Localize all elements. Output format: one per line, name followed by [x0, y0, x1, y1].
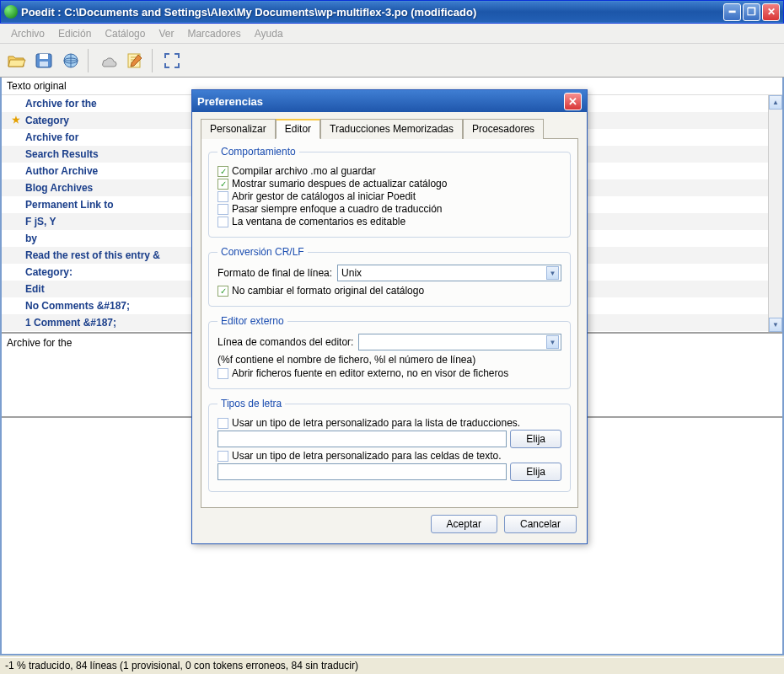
cancel-button[interactable]: Cancelar — [504, 515, 577, 533]
label-compile-mo: Compilar archivo .mo al guardar — [232, 165, 376, 177]
window-title: Poedit : C:\Documents and Settings\Alex\… — [21, 6, 723, 19]
dialog-close-button[interactable]: ✕ — [564, 93, 582, 110]
checkbox-font-list[interactable] — [217, 418, 228, 429]
combo-eol-value: Unix — [341, 267, 362, 279]
window-controls: ━ ❐ ✕ — [723, 3, 780, 21]
menu-file[interactable]: Archivo — [5, 25, 51, 42]
group-crlf: Conversión CR/LF Formato de final de lín… — [208, 246, 571, 307]
save-icon[interactable] — [32, 49, 56, 72]
group-external-editor: Editor externo Línea de comandos del edi… — [208, 315, 571, 389]
label-editor-cmd: Línea de comandos del editor: — [217, 336, 353, 348]
fullscreen-icon[interactable] — [160, 49, 184, 72]
menu-help[interactable]: Ayuda — [249, 25, 289, 42]
menu-bookmarks[interactable]: Marcadores — [181, 25, 246, 42]
group-behavior: Comportamiento ✓Compilar archivo .mo al … — [208, 146, 571, 238]
label-font-cells: Usar un tipo de letra personalizado para… — [232, 450, 502, 462]
checkbox-show-summary[interactable]: ✓ — [217, 179, 228, 190]
svg-rect-2 — [40, 62, 48, 67]
tab-panel-editor: Comportamiento ✓Compilar archivo .mo al … — [201, 138, 578, 508]
tab-processors[interactable]: Procesadores — [463, 119, 544, 139]
dialog-buttons: Aceptar Cancelar — [201, 508, 578, 535]
minimize-button[interactable]: ━ — [723, 3, 741, 21]
cloud-icon[interactable] — [96, 49, 120, 72]
menu-view[interactable]: Ver — [153, 25, 180, 42]
maximize-button[interactable]: ❐ — [743, 3, 760, 21]
label-open-external: Abrir ficheros fuente en editor externo,… — [232, 367, 508, 379]
ok-button[interactable]: Aceptar — [431, 515, 497, 533]
legend-external: Editor externo — [217, 315, 287, 327]
checkbox-comments-editable[interactable] — [217, 217, 228, 227]
scrollbar[interactable]: ▲ ▼ — [768, 95, 782, 332]
legend-fonts: Tipos de letra — [217, 398, 285, 409]
checkbox-focus-translation[interactable] — [217, 204, 228, 215]
tab-personalize[interactable]: Personalizar — [201, 119, 276, 139]
menu-edit[interactable]: Edición — [52, 25, 97, 42]
toolbar-separator — [152, 49, 155, 72]
legend-crlf: Conversión CR/LF — [217, 246, 308, 258]
globe-icon[interactable] — [59, 49, 83, 72]
svg-rect-1 — [40, 54, 48, 59]
scroll-down-icon[interactable]: ▼ — [769, 318, 782, 332]
note-icon[interactable] — [123, 49, 147, 72]
preferences-dialog: Preferencias ✕ Personalizar Editor Tradu… — [191, 89, 588, 544]
scroll-up-icon[interactable]: ▲ — [769, 95, 782, 110]
combo-editor-cmd[interactable]: ▼ — [358, 334, 561, 350]
statusbar: -1 % traducido, 84 líneas (1 provisional… — [0, 657, 784, 674]
label-focus-translation: Pasar siempre enfoque a cuadro de traduc… — [232, 203, 443, 215]
checkbox-open-manager[interactable] — [217, 191, 228, 202]
dialog-titlebar: Preferencias ✕ — [192, 90, 587, 112]
hint-editor-cmd: (%f contiene el nombre de fichero, %l el… — [217, 354, 561, 366]
label-comments-editable: La ventana de comentarios es editable — [232, 216, 405, 227]
checkbox-open-external[interactable] — [217, 368, 228, 379]
checkbox-keep-format[interactable]: ✓ — [217, 286, 228, 297]
tab-editor[interactable]: Editor — [276, 119, 320, 139]
checkbox-compile-mo[interactable]: ✓ — [217, 166, 228, 177]
label-eol-format: Formato de final de línea: — [217, 267, 332, 279]
checkbox-font-cells[interactable] — [217, 451, 228, 462]
label-font-list: Usar un tipo de letra personalizado para… — [232, 417, 520, 429]
open-icon[interactable] — [5, 49, 29, 72]
titlebar: Poedit : C:\Documents and Settings\Alex\… — [0, 0, 784, 24]
choose-font-list-button[interactable]: Elija — [510, 430, 561, 448]
source-text: Archive for the — [7, 337, 72, 349]
menubar: Archivo Edición Catálogo Ver Marcadores … — [0, 24, 784, 44]
label-keep-format: No cambiar el formato original del catál… — [232, 285, 424, 297]
dialog-title: Preferencias — [197, 95, 564, 108]
label-show-summary: Mostrar sumario despues de actualizar ca… — [232, 178, 447, 190]
toolbar-separator — [88, 49, 91, 72]
toolbar — [0, 44, 784, 78]
menu-catalog[interactable]: Catálogo — [99, 25, 151, 42]
legend-behavior: Comportamiento — [217, 146, 299, 158]
combo-eol-format[interactable]: Unix ▼ — [337, 265, 561, 281]
input-font-cells[interactable] — [217, 463, 507, 480]
input-font-list[interactable] — [217, 431, 507, 447]
tabs: Personalizar Editor Traducciones Memoriz… — [201, 119, 578, 139]
app-icon — [4, 5, 18, 19]
star-icon: ★ — [12, 115, 20, 126]
tab-tm[interactable]: Traducciones Memorizadas — [320, 119, 463, 139]
label-open-manager: Abrir gestor de catálogos al iniciar Poe… — [232, 190, 416, 202]
group-fonts: Tipos de letra Usar un tipo de letra per… — [208, 398, 571, 492]
close-button[interactable]: ✕ — [762, 3, 780, 21]
chevron-down-icon[interactable]: ▼ — [546, 335, 559, 349]
chevron-down-icon[interactable]: ▼ — [546, 266, 559, 280]
choose-font-cells-button[interactable]: Elija — [510, 463, 561, 481]
